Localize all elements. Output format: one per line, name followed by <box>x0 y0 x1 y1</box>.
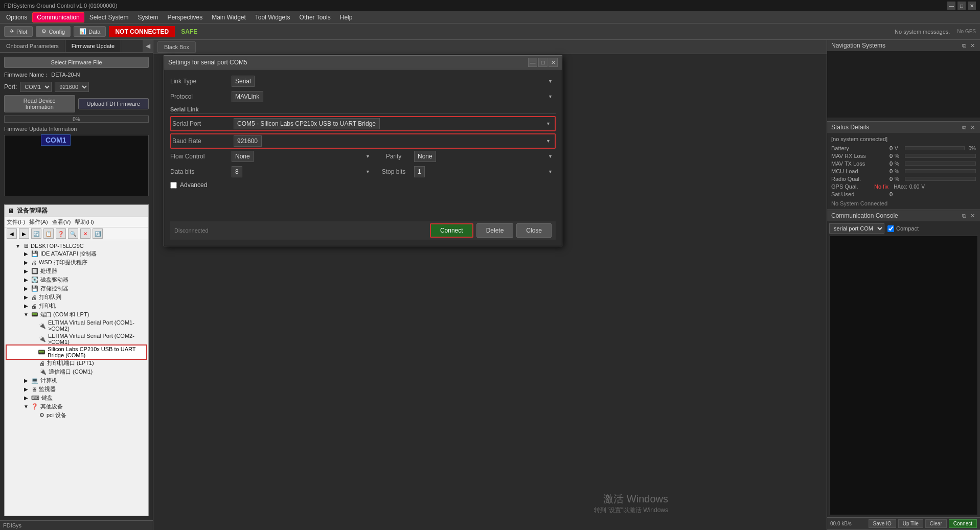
pilot-icon: ✈ <box>10 28 14 35</box>
dm-scan-btn[interactable]: 🔍 <box>68 228 78 239</box>
dm-item-storage[interactable]: ▶ 💾 存储控制器 <box>7 284 146 293</box>
dm-back-btn[interactable]: ◀ <box>7 228 17 239</box>
dm-uninstall-btn[interactable]: 🔃 <box>93 228 103 239</box>
dm-item-wsd[interactable]: ▶ 🖨 WSD 打印提供程序 <box>7 258 146 267</box>
config-icon: ⚙ <box>41 28 47 35</box>
close-button[interactable]: ✕ <box>968 2 976 10</box>
battery-unit: V <box>895 146 903 151</box>
menu-options[interactable]: Options <box>2 13 31 22</box>
maximize-button[interactable]: □ <box>958 2 966 10</box>
stop-bits-select[interactable]: 1 <box>414 166 425 177</box>
compact-label[interactable]: Compact <box>896 225 919 232</box>
dm-menubar: 文件(F) 操作(A) 查看(V) 帮助(H) <box>5 217 148 227</box>
dm-item-pci[interactable]: ⚙ pci 设备 <box>7 411 146 420</box>
dm-item-keyboard[interactable]: ▶ ⌨ 键盘 <box>7 394 146 402</box>
dm-computer[interactable]: ▼ 🖥 DESKTOP-T5LLG9C <box>7 242 146 249</box>
sat-label: Sat.Used <box>831 191 872 197</box>
baud-select[interactable]: 921600 <box>55 82 89 92</box>
radio-unit: % <box>895 176 903 182</box>
dm-item-silicon-labs[interactable]: 📟 Silicon Labs CP210x USB to UART Bridge… <box>7 345 146 359</box>
dm-help-btn[interactable]: ❓ <box>56 228 66 239</box>
protocol-select[interactable]: MAVLink <box>232 91 263 102</box>
dm-item-ide[interactable]: ▶ 💾 IDE ATA/ATAPI 控制器 <box>7 249 146 258</box>
tab-onboard-parameters[interactable]: Onboard Parameters <box>0 40 65 52</box>
dm-menu-file[interactable]: 文件(F) <box>7 218 25 226</box>
dialog-close-button[interactable]: ✕ <box>549 58 558 67</box>
advanced-label[interactable]: Advanced <box>180 181 207 189</box>
nav-expand-button[interactable]: ⧉ <box>961 42 967 49</box>
parity-select[interactable]: None <box>414 151 436 162</box>
battery-bar <box>905 146 965 150</box>
status-expand-button[interactable]: ⧉ <box>961 124 967 131</box>
menu-help[interactable]: Help <box>336 13 357 22</box>
comm-close-button[interactable]: ✕ <box>969 213 976 219</box>
menu-communication[interactable]: Communication <box>32 12 84 22</box>
bottom-connect-button[interactable]: Connect <box>949 519 977 528</box>
dm-item-com-lpt[interactable]: ▼ 📟 端口 (COM 和 LPT) <box>7 310 146 319</box>
battery-row: Battery 0 V 0% <box>831 145 976 151</box>
serial-port-select[interactable]: COM5 - Silicon Labs CP210x USB to UART B… <box>234 118 380 129</box>
status-close-button[interactable]: ✕ <box>969 124 976 131</box>
dm-disable-btn[interactable]: ✕ <box>80 228 90 239</box>
select-firmware-button[interactable]: Select Firmware File <box>4 57 149 68</box>
menu-tool-widgets[interactable]: Tool Widgets <box>251 13 294 22</box>
tab-firmware-update[interactable]: Firmware Update <box>65 40 121 52</box>
comm-port-select[interactable]: serial port COM <box>829 223 884 234</box>
connection-status-button[interactable]: NOT CONNECTED <box>109 26 175 37</box>
dm-menu-view[interactable]: 查看(V) <box>52 218 71 226</box>
dialog-minimize-button[interactable]: — <box>528 58 537 67</box>
collapse-panel-button[interactable]: ◀ <box>143 40 153 52</box>
advanced-checkbox[interactable] <box>170 182 177 189</box>
baud-rate-select[interactable]: 921600 <box>234 135 262 147</box>
delete-button[interactable]: Delete <box>476 223 514 238</box>
dm-item-eltima2[interactable]: 🔌 ELTIMA Virtual Serial Port (COM2->COM1… <box>7 332 146 345</box>
dm-item-disk[interactable]: ▶ 💽 磁盘驱动器 <box>7 275 146 284</box>
dm-menu-action[interactable]: 操作(A) <box>29 218 48 226</box>
fw-update-info-label: Firmware Updata Information <box>4 126 149 132</box>
up-tile-button[interactable]: Up Tile <box>898 519 923 528</box>
menu-system[interactable]: System <box>133 13 162 22</box>
flow-control-select[interactable]: None <box>232 151 254 162</box>
menu-main-widget[interactable]: Main Widget <box>208 13 250 22</box>
menu-select-system[interactable]: Select System <box>85 13 133 22</box>
close-dialog-button[interactable]: Close <box>516 223 552 238</box>
menu-perspectives[interactable]: Perspectives <box>163 13 207 22</box>
dm-refresh-btn[interactable]: 🔄 <box>31 228 41 239</box>
dm-item-printer[interactable]: ▶ 🖨 打印机 <box>7 302 146 310</box>
save-io-button[interactable]: Save IO <box>869 519 896 528</box>
port-select[interactable]: COM1 <box>20 82 52 92</box>
dm-item-cpu[interactable]: ▶ 🔲 处理器 <box>7 267 146 275</box>
clear-button[interactable]: Clear <box>925 519 947 528</box>
connect-button[interactable]: Connect <box>430 223 473 238</box>
pilot-button[interactable]: ✈ Pilot <box>4 26 33 37</box>
menu-other-tools[interactable]: Other Tools <box>295 13 335 22</box>
config-button[interactable]: ⚙ Config <box>36 26 71 37</box>
dm-forward-btn[interactable]: ▶ <box>19 228 29 239</box>
data-bits-select[interactable]: 8 <box>232 166 242 177</box>
read-device-button[interactable]: Read Device Information <box>4 95 75 112</box>
dm-item-com1[interactable]: 🔌 通信端口 (COM1) <box>7 367 146 376</box>
dm-item-print-queue[interactable]: ▶ 🖨 打印队列 <box>7 293 146 302</box>
dm-item-computer[interactable]: ▶ 💻 计算机 <box>7 376 146 385</box>
dialog-maximize-button[interactable]: □ <box>538 58 548 67</box>
link-type-select[interactable]: Serial <box>232 76 255 87</box>
nav-close-button[interactable]: ✕ <box>969 42 976 49</box>
nav-systems-label: Navigation Systems <box>831 42 885 49</box>
dm-item-eltima1[interactable]: 🔌 ELTIMA Virtual Serial Port (COM1->COM2… <box>7 319 146 332</box>
progress-bar: 0% <box>4 116 149 123</box>
comm-bottom-bar: 00.0 kB/s Save IO Up Tile Clear Connect <box>827 517 980 529</box>
parity-label: Parity <box>373 153 414 160</box>
tab-black-box[interactable]: Black Box <box>157 41 196 53</box>
activate-sub-text: 转到"设置"以激活 Windows <box>594 506 668 515</box>
dm-properties-btn[interactable]: 📋 <box>43 228 54 239</box>
navigation-systems-section: Navigation Systems ⧉ ✕ <box>827 40 980 122</box>
compact-checkbox[interactable] <box>887 225 894 232</box>
data-button[interactable]: 📊 Data <box>74 26 106 37</box>
minimize-button[interactable]: — <box>947 2 955 10</box>
dm-menu-help[interactable]: 帮助(H) <box>75 218 94 226</box>
comm-expand-button[interactable]: ⧉ <box>961 213 967 219</box>
dm-item-lpt1[interactable]: 🖨 打印机端口 (LPT1) <box>7 359 146 367</box>
upload-firmware-button[interactable]: Upload FDI Firmware <box>78 98 149 109</box>
dm-item-monitor[interactable]: ▶ 🖥 监视器 <box>7 385 146 394</box>
dm-item-other[interactable]: ▼ ❓ 其他设备 <box>7 402 146 411</box>
